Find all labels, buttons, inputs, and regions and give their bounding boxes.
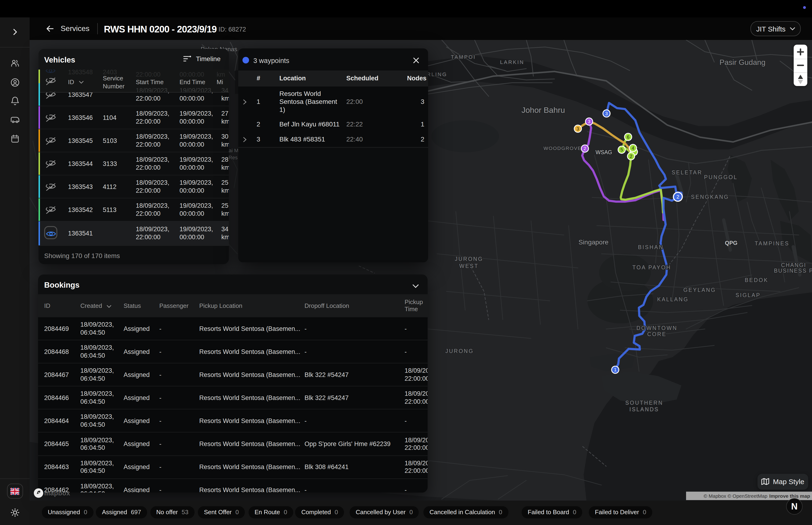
svg-text:1: 1 [614, 367, 616, 372]
svg-text:2: 2 [630, 154, 632, 159]
svg-text:Res: Res [228, 155, 238, 161]
svg-text:2: 2 [584, 146, 586, 151]
svg-text:SELETAR: SELETAR [672, 169, 702, 176]
svg-text:SOUTHERN: SOUTHERN [625, 400, 663, 406]
svg-text:JURONG: JURONG [445, 348, 474, 354]
svg-text:SENGKANG: SENGKANG [691, 194, 729, 200]
svg-text:ai M: ai M [229, 148, 239, 153]
svg-text:3: 3 [588, 119, 591, 124]
svg-text:PUNGGOL: PUNGGOL [704, 174, 737, 180]
svg-text:LARKIN: LARKIN [500, 59, 524, 65]
svg-text:5: 5 [620, 147, 623, 152]
svg-text:6: 6 [627, 134, 629, 139]
svg-text:3: 3 [605, 111, 608, 116]
svg-text:DOWNTOWN: DOWNTOWN [637, 325, 678, 331]
svg-text:ISLANDS: ISLANDS [629, 406, 659, 412]
svg-text:QPG: QPG [725, 240, 737, 246]
svg-text:SIGLAP: SIGLAP [735, 292, 761, 298]
svg-text:3: 3 [577, 126, 579, 131]
svg-text:Johor Bahru: Johor Bahru [521, 106, 565, 115]
svg-text:WEST: WEST [459, 263, 479, 269]
svg-text:BISHAN: BISHAN [638, 244, 664, 250]
svg-text:CHANGI: CHANGI [781, 262, 806, 268]
svg-text:BUSINESS P: BUSINESS P [774, 268, 812, 274]
svg-text:2: 2 [676, 194, 679, 200]
svg-text:4: 4 [631, 146, 634, 151]
svg-text:TOA PAYOH: TOA PAYOH [632, 265, 671, 270]
svg-text:WOODGROVE: WOODGROVE [543, 146, 582, 151]
svg-text:RLING: RLING [427, 72, 447, 77]
svg-text:GEYLANG: GEYLANG [683, 287, 716, 293]
svg-text:WSAG: WSAG [596, 149, 612, 155]
svg-text:Singapore: Singapore [579, 239, 609, 246]
svg-text:JURONG: JURONG [455, 256, 483, 262]
svg-text:BEDOK: BEDOK [745, 277, 768, 283]
svg-text:Pasir Gudang: Pasir Gudang [719, 58, 765, 66]
svg-text:TAMPOI: TAMPOI [451, 54, 476, 60]
svg-text:CORE: CORE [647, 331, 667, 337]
svg-text:KALLANG: KALLANG [657, 296, 689, 302]
svg-text:TAMPINES: TAMPINES [755, 240, 790, 246]
